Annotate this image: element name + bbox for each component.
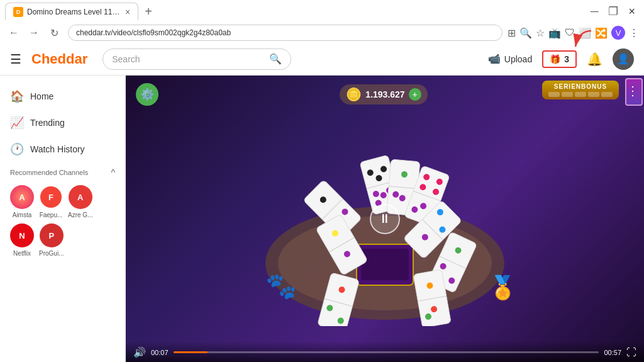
extension-icon4[interactable]: 🔀 — [595, 27, 608, 39]
main-content: 🏠 Home 📈 Trending 🕐 Watch History Recomm… — [0, 76, 644, 362]
top-nav: ☰ Cheddar Search 🔍 📹 Upload — [0, 43, 644, 76]
avatar-icon: 👤 — [617, 53, 630, 65]
series-slot-5 — [601, 92, 613, 97]
profile-icon[interactable]: V — [611, 26, 625, 40]
pause-icon: ⏸ — [379, 212, 391, 226]
progress-bar[interactable] — [174, 351, 599, 353]
fullscreen-button[interactable]: ⛶ — [626, 347, 636, 358]
channel-item-netflix[interactable]: N Netflix — [10, 223, 34, 257]
trending-icon: 📈 — [10, 116, 24, 130]
current-time: 00:07 — [151, 349, 169, 356]
sidebar: 🏠 Home 📈 Trending 🕐 Watch History Recomm… — [0, 76, 126, 362]
series-slot-2 — [562, 92, 573, 97]
recommended-channels-list: A Aimsta F Faepu... A Azre G... N Netfli… — [0, 180, 125, 262]
channel-name-azreg: Azre G... — [68, 212, 92, 218]
browser-titlebar: D Domino Dreams Level 119… × + ─ ❐ × — [0, 0, 644, 23]
game-gear-button[interactable]: ⚙️ — [136, 83, 158, 106]
channel-item-progui[interactable]: P ProGui... — [39, 223, 64, 257]
channel-list: A Aimsta F Faepu... A Azre G... N Netfli… — [10, 185, 115, 257]
channel-name-netflix: Netflix — [13, 250, 31, 257]
channel-avatar-aimsta: A — [10, 185, 34, 209]
address-bar[interactable]: cheddar.tv/video/clsflo9sm002qgk2g4z80a0… — [68, 25, 502, 41]
app: ☰ Cheddar Search 🔍 📹 Upload — [0, 43, 644, 362]
extension-icon1[interactable]: 📺 — [548, 27, 561, 39]
extension-icon2[interactable]: 🛡 — [565, 27, 575, 38]
series-slots — [548, 92, 613, 97]
browser-controls: ← → ↻ cheddar.tv/video/clsflo9sm002qgk2g… — [0, 23, 644, 43]
tab-close-button[interactable]: × — [125, 7, 130, 17]
series-slot-3 — [575, 92, 586, 97]
chevron-up-icon[interactable]: ^ — [111, 167, 115, 178]
tab-title: Domino Dreams Level 119… — [27, 8, 121, 16]
sidebar-history-label: Watch History — [30, 144, 85, 154]
forward-button[interactable]: → — [25, 24, 43, 42]
history-icon: 🕐 — [10, 142, 24, 156]
credits-container: 🎁 3 — [542, 50, 577, 68]
video-player[interactable]: ⚙️ 🪙 1.193.627 + SERIENBONUS — [126, 76, 644, 362]
refresh-button[interactable]: ↻ — [45, 24, 63, 42]
add-coin-button[interactable]: + — [409, 88, 421, 101]
video-background: ⚙️ 🪙 1.193.627 + SERIENBONUS — [126, 76, 644, 362]
volume-icon[interactable]: 🔊 — [133, 346, 146, 358]
avatar-button[interactable]: 👤 — [613, 48, 634, 70]
video-controls: 🔊 00:07 00:57 ⛶ — [126, 341, 644, 362]
channel-avatar-progui: P — [40, 223, 64, 247]
channel-name-faepu: Faepu... — [40, 212, 63, 218]
sidebar-item-home[interactable]: 🏠 Home — [0, 83, 125, 110]
gold-bar: 🏅 — [489, 274, 517, 301]
channel-item-faepu[interactable]: F Faepu... — [39, 185, 63, 218]
upload-icon: 📹 — [488, 53, 501, 65]
menu-icon[interactable]: ⋮ — [629, 27, 639, 39]
channel-item-azreg[interactable]: A Azre G... — [68, 185, 92, 218]
search-icon: 🔍 — [269, 53, 282, 65]
coin-counter: 🪙 1.193.627 + — [340, 84, 427, 105]
zoom-icon[interactable]: 🔍 — [519, 27, 532, 39]
translate-icon[interactable]: ⊞ — [508, 27, 516, 39]
browser-chrome: D Domino Dreams Level 119… × + ─ ❐ × ← →… — [0, 0, 644, 43]
video-options-button[interactable]: ⋮ — [626, 83, 639, 98]
sidebar-item-watch-history[interactable]: 🕐 Watch History — [0, 136, 125, 162]
sidebar-home-label: Home — [30, 91, 53, 101]
upload-label: Upload — [504, 54, 532, 64]
home-icon: 🏠 — [10, 89, 24, 103]
series-bonus-panel: SERIENBONUS — [542, 81, 619, 99]
total-time: 00:57 — [604, 349, 621, 356]
maximize-button[interactable]: ❐ — [604, 4, 622, 18]
channel-name-aimsta: Aimsta — [13, 212, 32, 218]
credits-icon: 🎁 — [550, 54, 560, 64]
bookmark-icon[interactable]: ☆ — [536, 27, 545, 39]
recommended-title: Recommended Channels — [10, 169, 88, 176]
minimize-button[interactable]: ─ — [587, 4, 602, 18]
channel-avatar-faepu: F — [39, 185, 63, 209]
sidebar-trending-label: Trending — [30, 118, 65, 128]
search-bar[interactable]: Search 🔍 — [103, 48, 291, 70]
domino-field: ⏸ 🐾 🏅 — [234, 112, 536, 326]
credits-button[interactable]: 🎁 3 — [542, 50, 577, 68]
series-slot-4 — [588, 92, 599, 97]
extension-icon3[interactable]: ⬜ — [579, 27, 591, 39]
channel-avatar-netflix: N — [10, 223, 34, 247]
nav-right: 📹 Upload 🎁 — [488, 48, 634, 70]
logo: Cheddar — [31, 51, 87, 67]
close-button[interactable]: × — [625, 4, 639, 18]
notifications-button[interactable]: 🔔 — [587, 52, 602, 67]
credits-count: 3 — [564, 54, 569, 64]
tab-favicon: D — [13, 7, 23, 17]
series-slot-1 — [548, 92, 560, 97]
upload-button[interactable]: 📹 Upload — [488, 53, 532, 65]
recommended-channels-header: Recommended Channels ^ — [0, 162, 125, 180]
search-placeholder: Search — [112, 54, 140, 64]
coin-value: 1.193.627 — [365, 89, 404, 99]
back-button[interactable]: ← — [5, 24, 23, 42]
pause-button[interactable]: ⏸ — [370, 204, 400, 234]
url-text: cheddar.tv/video/clsflo9sm002qgk2g4z80a0… — [76, 28, 231, 37]
browser-tab[interactable]: D Domino Dreams Level 119… × — [5, 3, 138, 20]
svg-rect-4 — [361, 249, 409, 280]
sidebar-item-trending[interactable]: 📈 Trending — [0, 110, 125, 136]
channel-avatar-azreg: A — [69, 185, 92, 209]
channel-item-aimsta[interactable]: A Aimsta — [10, 185, 34, 218]
series-bonus-title: SERIENBONUS — [548, 83, 613, 90]
hamburger-menu[interactable]: ☰ — [10, 52, 21, 67]
coin-icon: 🪙 — [346, 87, 362, 102]
new-tab-button[interactable]: + — [141, 4, 156, 19]
